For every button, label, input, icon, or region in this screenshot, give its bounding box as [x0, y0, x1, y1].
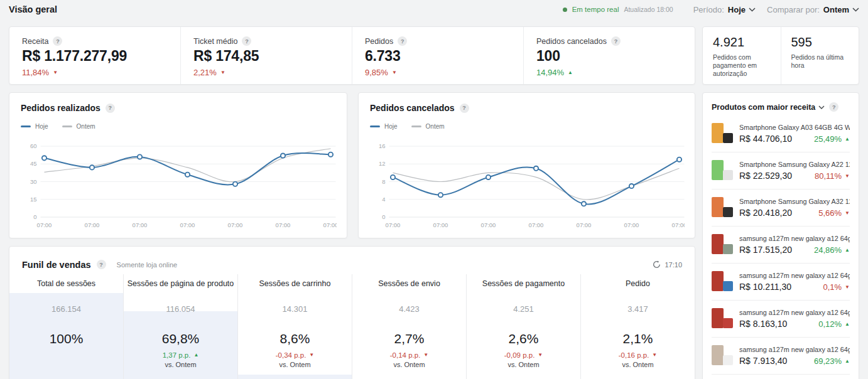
- period-value: Hoje: [728, 5, 746, 14]
- funnel-stage-label: Pedido: [626, 279, 650, 289]
- svg-text:07:00: 07:00: [672, 222, 685, 228]
- trend-arrow-icon: ▲: [568, 70, 573, 75]
- funnel-count: 116.054: [166, 304, 195, 314]
- chart-legend: Hoje Ontem: [21, 123, 337, 130]
- svg-text:30: 30: [30, 178, 37, 185]
- funnel-change: -0,14 p.p. ▼: [390, 351, 429, 360]
- funnel-percent: 8,6%: [280, 331, 310, 346]
- funnel-fill-bar: [238, 375, 352, 379]
- trend-arrow-icon: ▼: [845, 285, 850, 290]
- svg-text:45: 45: [30, 160, 37, 167]
- funnel-vs-label: vs. Ontem: [622, 361, 653, 368]
- top-products-title: Produtos com maior receita: [712, 103, 815, 112]
- funnel-count: 4.251: [513, 304, 534, 314]
- secondary-kpi-section: 4.921 Pedidos com pagamento em autorizaç…: [703, 27, 781, 84]
- help-icon[interactable]: ?: [460, 104, 469, 113]
- compare-select[interactable]: Ontem: [823, 5, 859, 14]
- svg-text:07:00: 07:00: [624, 222, 639, 228]
- kpi-change: 9,85% ▼: [365, 68, 511, 77]
- chart-legend: Hoje Ontem: [370, 123, 685, 130]
- realtime-label: Em tempo real: [572, 6, 619, 13]
- funnel-column: Pedido 3.417 2,1% -0,16 p.p. ▼ vs. Ontem: [581, 274, 695, 379]
- product-thumbnail-image: [712, 271, 733, 292]
- chevron-down-icon: [818, 105, 825, 109]
- help-icon[interactable]: ?: [97, 260, 106, 269]
- product-change: 24,86% ▲: [814, 245, 850, 255]
- kpi-change: 2,21% ▼: [193, 68, 339, 77]
- product-name: Smartphone Galaxy A03 64GB 4G Wi-…: [739, 124, 850, 131]
- product-name: samsung a127m new galaxy a12 64gb…: [739, 235, 850, 242]
- funnel-subtitle: Somente loja online: [117, 261, 178, 269]
- secondary-kpi-section: 595 Pedidos na última hora: [781, 27, 859, 84]
- refresh-icon: [653, 260, 661, 269]
- product-list-item[interactable]: samsung a127m new galaxy a12 64gb… R$ 8.…: [712, 300, 850, 337]
- trend-arrow-icon: ▼: [845, 174, 850, 179]
- kpi-value: R$ 174,85: [193, 48, 339, 65]
- trend-arrow-icon: ▼: [53, 70, 58, 75]
- svg-text:8: 8: [382, 178, 385, 185]
- help-icon[interactable]: ?: [53, 36, 62, 46]
- legend-swatch-yesterday: [62, 125, 72, 127]
- svg-text:4: 4: [382, 196, 385, 203]
- kpi-value: 595: [791, 35, 853, 50]
- product-name: Smartphone Samsung Galaxy A32 12…: [739, 198, 850, 205]
- product-change-value: 80,11%: [815, 171, 842, 181]
- funnel-stage-label: Sessões de pagamento: [482, 279, 565, 289]
- orders-placed-chart-card: Pedidos realizados ? Hoje Ontem 01530456…: [9, 92, 347, 238]
- product-change-value: 69,23%: [814, 356, 842, 366]
- kpi-label: Pedidos cancelados: [536, 37, 607, 46]
- period-select[interactable]: Hoje: [728, 5, 756, 14]
- secondary-kpi-card: 4.921 Pedidos com pagamento em autorizaç…: [702, 26, 859, 85]
- svg-text:07:00: 07:00: [180, 222, 195, 228]
- funnel-vs-label: vs. Ontem: [279, 361, 310, 368]
- trend-arrow-icon: ▲: [845, 137, 850, 142]
- help-icon[interactable]: ?: [611, 36, 621, 46]
- funnel-count: 166.154: [52, 304, 81, 314]
- product-list-item[interactable]: Smartphone Samsung Galaxy A32 12… R$ 20.…: [712, 189, 850, 226]
- svg-text:07:00: 07:00: [276, 222, 291, 228]
- kpi-section: Pedidos ? 6.733 9,85% ▼: [352, 27, 524, 84]
- orders-cancelled-chart-card: Pedidos cancelados ? Hoje Ontem 04812160…: [358, 92, 695, 238]
- refresh-button[interactable]: 17:10: [653, 260, 682, 269]
- product-list-item[interactable]: Smartphone Samsung Galaxy A22 12… R$ 22.…: [712, 152, 850, 189]
- funnel-title: Funil de vendas: [22, 260, 91, 270]
- product-list-item[interactable]: [712, 374, 850, 379]
- funnel-change: -0,16 p.p. ▼: [619, 351, 658, 360]
- trend-arrow-icon: ▼: [220, 70, 225, 75]
- svg-text:0: 0: [33, 213, 36, 220]
- funnel-percent: 2,6%: [509, 331, 539, 346]
- kpi-change-value: 2,21%: [193, 68, 217, 77]
- product-revenue: R$ 8.163,10: [739, 319, 787, 329]
- help-icon[interactable]: ?: [398, 36, 407, 46]
- product-list-item[interactable]: samsung a127m new galaxy a12 64gb… R$ 17…: [712, 226, 850, 263]
- kpi-label: Ticket médio: [193, 37, 237, 46]
- product-name: samsung a127m new galaxy a12 64gb…: [739, 346, 850, 353]
- line-chart: 048121607:0007:0007:0007:0007:0007:0007:…: [370, 135, 685, 230]
- funnel-change: -0,34 p.p. ▼: [276, 351, 315, 360]
- top-products-select[interactable]: Produtos com maior receita: [712, 103, 825, 112]
- funnel-percent: 2,1%: [623, 331, 653, 346]
- chart-title: Pedidos realizados: [21, 103, 100, 113]
- svg-text:0: 0: [382, 213, 385, 220]
- product-change-value: 0,1%: [823, 282, 842, 292]
- product-name: samsung a127m new galaxy a12 64gb…: [739, 309, 850, 316]
- product-change: 69,23% ▲: [814, 356, 850, 366]
- funnel-refresh-time: 17:10: [665, 261, 682, 269]
- trend-arrow-icon: ▲: [845, 359, 850, 364]
- trend-arrow-icon: ▲: [193, 353, 198, 358]
- help-icon[interactable]: ?: [829, 102, 838, 112]
- trend-arrow-icon: ▼: [538, 353, 543, 358]
- help-icon[interactable]: ?: [106, 104, 115, 113]
- funnel-percent: 2,7%: [394, 331, 425, 346]
- kpi-value: R$ 1.177.277,99: [22, 48, 168, 65]
- dashboard-page: Visão geral Em tempo real Atualizado 18:…: [0, 0, 868, 379]
- product-list-item[interactable]: samsung a127m new galaxy a12 64gb… R$ 10…: [712, 263, 850, 300]
- product-change-value: 5,66%: [818, 208, 842, 218]
- product-list-item[interactable]: samsung a127m new galaxy a12 64gb… R$ 7.…: [712, 337, 850, 374]
- help-icon[interactable]: ?: [242, 36, 251, 46]
- svg-text:15: 15: [30, 196, 37, 203]
- product-change: 80,11% ▼: [815, 171, 850, 181]
- legend-swatch-today: [21, 125, 31, 127]
- product-revenue: R$ 17.515,20: [739, 245, 792, 255]
- product-list-item[interactable]: Smartphone Galaxy A03 64GB 4G Wi-… R$ 44…: [712, 115, 850, 152]
